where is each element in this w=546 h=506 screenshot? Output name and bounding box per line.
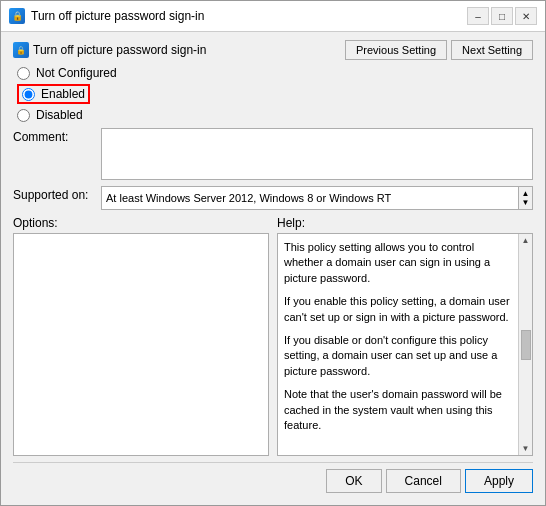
title-bar-left: 🔒 Turn off picture password sign-in [9, 8, 204, 24]
help-text-2: If you enable this policy setting, a dom… [284, 294, 514, 325]
options-box [13, 233, 269, 456]
enabled-option-row: ➤ Enabled [17, 84, 533, 104]
policy-icon: 🔒 [13, 42, 29, 58]
help-text-4: Note that the user's domain password wil… [284, 387, 514, 433]
enabled-radio[interactable] [22, 88, 35, 101]
ok-button[interactable]: OK [326, 469, 381, 493]
supported-label: Supported on: [13, 188, 93, 202]
next-setting-button[interactable]: Next Setting [451, 40, 533, 60]
options-panel: Options: [13, 216, 269, 456]
minimize-button[interactable]: – [467, 7, 489, 25]
enabled-option[interactable]: Enabled [17, 84, 90, 104]
policy-title-text: Turn off picture password sign-in [33, 43, 206, 57]
enabled-label: Enabled [41, 87, 85, 101]
not-configured-label: Not Configured [36, 66, 117, 80]
supported-value-box: At least Windows Server 2012, Windows 8 … [101, 186, 533, 210]
title-bar: 🔒 Turn off picture password sign-in – □ … [1, 1, 545, 32]
apply-button[interactable]: Apply [465, 469, 533, 493]
radio-section: Not Configured ➤ Enabled Disabled [17, 66, 533, 122]
navigation-buttons: Previous Setting Next Setting [345, 40, 533, 60]
help-scrollbar[interactable]: ▲ ▼ [518, 234, 532, 455]
content-area: 🔒 Turn off picture password sign-in Prev… [1, 32, 545, 505]
options-header: Options: [13, 216, 269, 230]
cancel-button[interactable]: Cancel [386, 469, 461, 493]
disabled-label: Disabled [36, 108, 83, 122]
help-panel: Help: This policy setting allows you to … [277, 216, 533, 456]
not-configured-option[interactable]: Not Configured [17, 66, 533, 80]
supported-value-text: At least Windows Server 2012, Windows 8 … [106, 192, 407, 204]
supported-scrollbar[interactable]: ▲ ▼ [518, 187, 532, 209]
help-content: This policy setting allows you to contro… [278, 234, 532, 455]
help-text-3: If you disable or don't configure this p… [284, 333, 514, 379]
window-icon: 🔒 [9, 8, 25, 24]
help-box: This policy setting allows you to contro… [277, 233, 533, 456]
supported-row: Supported on: At least Windows Server 20… [13, 186, 533, 210]
comment-textarea[interactable] [101, 128, 533, 180]
title-controls: – □ ✕ [467, 7, 537, 25]
maximize-button[interactable]: □ [491, 7, 513, 25]
top-bar: 🔒 Turn off picture password sign-in Prev… [13, 40, 533, 60]
window-title: Turn off picture password sign-in [31, 9, 204, 23]
dialog-window: 🔒 Turn off picture password sign-in – □ … [0, 0, 546, 506]
disabled-option[interactable]: Disabled [17, 108, 533, 122]
help-text-1: This policy setting allows you to contro… [284, 240, 514, 286]
options-content [14, 234, 268, 455]
bottom-bar: OK Cancel Apply [13, 462, 533, 497]
policy-title-row: 🔒 Turn off picture password sign-in [13, 42, 206, 58]
comment-label: Comment: [13, 130, 93, 144]
comment-row: Comment: [13, 128, 533, 180]
previous-setting-button[interactable]: Previous Setting [345, 40, 447, 60]
disabled-radio[interactable] [17, 109, 30, 122]
close-button[interactable]: ✕ [515, 7, 537, 25]
help-header: Help: [277, 216, 533, 230]
not-configured-radio[interactable] [17, 67, 30, 80]
options-help-row: Options: Help: This policy setting allow… [13, 216, 533, 456]
